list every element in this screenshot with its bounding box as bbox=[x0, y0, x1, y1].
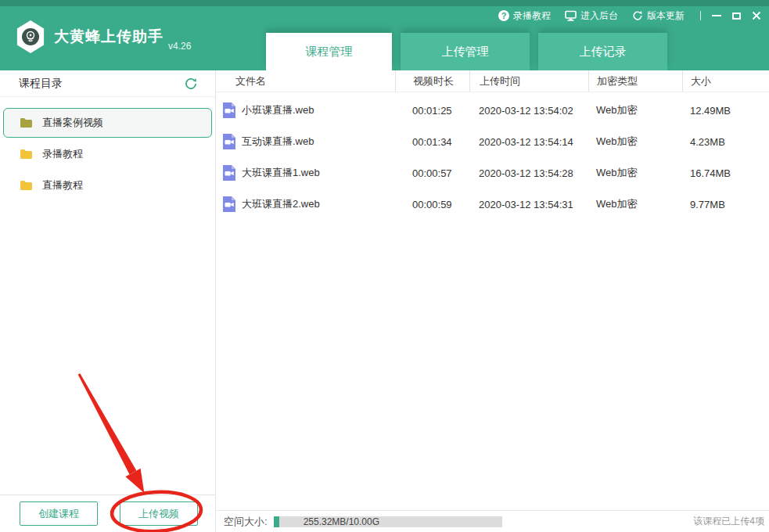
main-area: 课程目录 直播案例视频 bbox=[0, 70, 769, 532]
app-window: ? 录播教程 进入后台 版本更新 bbox=[0, 0, 769, 532]
app-header: ? 录播教程 进入后台 版本更新 bbox=[0, 0, 769, 70]
sidebar-item-label: 录播教程 bbox=[42, 147, 83, 161]
column-header-encryption-type: 加密类型 bbox=[588, 70, 682, 92]
sidebar-item-recorded-tutorial[interactable]: 录播教程 bbox=[3, 139, 212, 169]
space-progress-bar: 255.32MB/10.00G bbox=[274, 516, 502, 527]
sidebar-footer: 创建课程 上传视频 bbox=[0, 494, 215, 532]
course-upload-count: 该课程已上传4项 bbox=[693, 515, 764, 528]
sidebar-item-label: 直播案例视频 bbox=[42, 116, 103, 130]
file-upload-time: 2020-03-12 13:54:02 bbox=[469, 105, 588, 117]
file-encryption: Web加密 bbox=[588, 135, 682, 149]
file-duration: 00:01:34 bbox=[395, 136, 469, 148]
course-directory-title: 课程目录 bbox=[19, 77, 63, 91]
file-size: 16.74MB bbox=[682, 167, 769, 179]
window-controls bbox=[700, 11, 764, 20]
column-header-duration: 视频时长 bbox=[395, 70, 469, 92]
monitor-icon bbox=[565, 10, 577, 21]
folder-icon bbox=[20, 180, 33, 191]
folder-icon bbox=[20, 117, 33, 128]
help-icon: ? bbox=[498, 10, 509, 21]
table-row[interactable]: 小班课直播.web 00:01:25 2020-03-12 13:54:02 W… bbox=[216, 95, 769, 126]
file-encryption: Web加密 bbox=[588, 197, 682, 211]
upload-video-button[interactable]: 上传视频 bbox=[120, 501, 198, 526]
update-icon bbox=[632, 10, 643, 21]
space-progress-text: 255.32MB/10.00G bbox=[304, 516, 379, 527]
column-header-filename: 文件名 bbox=[216, 70, 395, 92]
column-header-size: 大小 bbox=[682, 70, 769, 92]
course-list: 直播案例视频 录播教程 直播教程 bbox=[0, 97, 215, 200]
table-row[interactable]: 互动课直播.web 00:01:34 2020-03-12 13:54:14 W… bbox=[216, 126, 769, 157]
app-version: v4.26 bbox=[168, 41, 191, 53]
create-course-button[interactable]: 创建课程 bbox=[20, 501, 98, 526]
file-name: 互动课直播.web bbox=[242, 135, 314, 149]
menu-item-recording-tutorial[interactable]: ? 录播教程 bbox=[498, 9, 551, 23]
file-size: 9.77MB bbox=[682, 199, 769, 210]
maximize-icon bbox=[732, 13, 741, 20]
video-file-icon bbox=[222, 165, 236, 181]
file-name: 大班课直播2.web bbox=[242, 197, 320, 211]
sidebar-item-live-tutorial[interactable]: 直播教程 bbox=[3, 171, 212, 200]
titlebar-menu: ? 录播教程 进入后台 版本更新 bbox=[498, 6, 764, 25]
video-file-icon bbox=[222, 196, 236, 212]
status-bar: 空间大小: 255.32MB/10.00G 该课程已上传4项 bbox=[216, 510, 769, 532]
minimize-button[interactable] bbox=[712, 15, 721, 16]
video-file-icon bbox=[222, 134, 236, 149]
app-brand: 大黄蜂上传助手 v4.26 bbox=[16, 20, 191, 53]
table-row[interactable]: 大班课直播1.web 00:00:57 2020-03-12 13:54:28 … bbox=[216, 157, 769, 189]
file-upload-time: 2020-03-12 13:54:28 bbox=[469, 167, 588, 179]
folder-icon bbox=[20, 149, 33, 160]
video-file-icon bbox=[222, 102, 236, 118]
close-button[interactable] bbox=[752, 11, 761, 20]
tab-bar: 课程管理 上传管理 上传记录 bbox=[266, 33, 667, 70]
file-duration: 00:00:57 bbox=[395, 167, 469, 179]
minimize-icon bbox=[712, 15, 721, 16]
file-duration: 00:01:25 bbox=[395, 105, 469, 117]
titlebar-strip bbox=[0, 0, 769, 6]
table-row[interactable]: 大班课直播2.web 00:00:59 2020-03-12 13:54:31 … bbox=[216, 189, 769, 220]
space-size-label: 空间大小: bbox=[224, 515, 268, 529]
menu-label: 录播教程 bbox=[513, 9, 551, 23]
table-header: 文件名 视频时长 上传时间 加密类型 大小 bbox=[216, 70, 769, 92]
sidebar-header: 课程目录 bbox=[0, 70, 215, 97]
tab-upload-history[interactable]: 上传记录 bbox=[538, 33, 667, 70]
file-name: 小班课直播.web bbox=[242, 103, 314, 117]
refresh-button[interactable] bbox=[184, 77, 198, 91]
app-title: 大黄蜂上传助手 bbox=[54, 27, 164, 47]
content-area: 文件名 视频时长 上传时间 加密类型 大小 小班课直播.web 00:01:25… bbox=[216, 70, 769, 532]
tab-upload-management[interactable]: 上传管理 bbox=[401, 33, 530, 70]
menu-label: 版本更新 bbox=[647, 9, 685, 23]
file-encryption: Web加密 bbox=[588, 166, 682, 180]
menu-item-enter-backend[interactable]: 进入后台 bbox=[565, 9, 618, 23]
menu-divider bbox=[700, 11, 701, 20]
file-upload-time: 2020-03-12 13:54:14 bbox=[469, 136, 588, 148]
hornet-icon bbox=[20, 27, 41, 47]
file-size: 12.49MB bbox=[682, 105, 769, 117]
space-progress-fill bbox=[274, 516, 279, 527]
menu-label: 进入后台 bbox=[580, 9, 618, 23]
file-upload-time: 2020-03-12 13:54:31 bbox=[469, 199, 588, 210]
menu-item-version-update[interactable]: 版本更新 bbox=[632, 9, 685, 23]
maximize-button[interactable] bbox=[732, 13, 741, 20]
sidebar: 课程目录 直播案例视频 bbox=[0, 70, 216, 532]
file-encryption: Web加密 bbox=[588, 103, 682, 117]
table-body: 小班课直播.web 00:01:25 2020-03-12 13:54:02 W… bbox=[216, 92, 769, 220]
sidebar-item-label: 直播教程 bbox=[42, 178, 83, 192]
file-duration: 00:00:59 bbox=[395, 199, 469, 210]
close-icon bbox=[752, 11, 761, 20]
tab-course-management[interactable]: 课程管理 bbox=[266, 33, 392, 70]
sidebar-item-live-case-videos[interactable]: 直播案例视频 bbox=[3, 108, 212, 138]
app-logo bbox=[16, 20, 45, 53]
file-size: 4.23MB bbox=[682, 136, 769, 148]
file-name: 大班课直播1.web bbox=[242, 166, 320, 180]
refresh-icon bbox=[184, 77, 198, 91]
column-header-upload-time: 上传时间 bbox=[469, 70, 588, 92]
